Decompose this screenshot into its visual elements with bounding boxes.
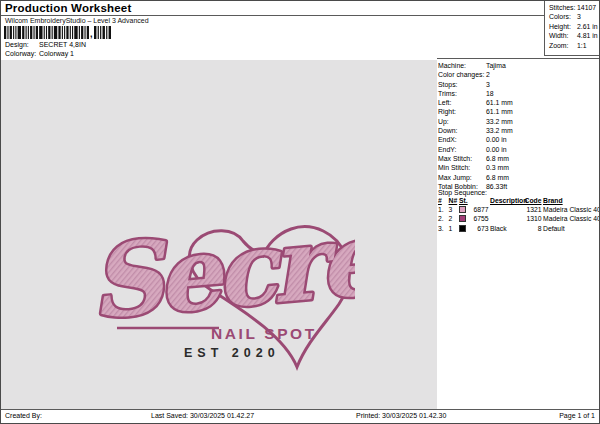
stop-row-num: 3. <box>438 225 447 233</box>
info-row: EndX:0.00 in <box>438 136 598 145</box>
info-row: Down:33.2 mm <box>438 127 598 136</box>
stop-row-stitches: 6877 <box>471 206 489 214</box>
printed-label: Printed: 30/03/2025 01.42.30 <box>356 412 446 419</box>
stop-sequence-title: Stop Sequence: <box>438 189 487 196</box>
info-row-label: Right: <box>438 108 486 117</box>
info-row: Left:61.1 mm <box>438 99 598 108</box>
info-row-label: Stops: <box>438 81 486 90</box>
info-row-label: EndY: <box>438 146 486 155</box>
barcode-group-2 <box>94 26 111 39</box>
info-row-label: Up: <box>438 118 486 127</box>
info-row-value: 6.8 mm <box>486 174 509 183</box>
stop-sequence-table: # N# St. Description Code Brand 1.368771… <box>438 197 598 232</box>
artwork-word: Secret <box>87 208 355 342</box>
stat-row: Stitches:14107 <box>549 4 600 13</box>
info-row: EndY:0.00 in <box>438 146 598 155</box>
info-row: Max Jump:6.8 mm <box>438 174 598 183</box>
machine-info-list: Machine:TajimaColor changes:2Stops:3Trim… <box>438 62 598 192</box>
last-saved-label: Last Saved: 30/03/2025 01.42.27 <box>151 412 254 419</box>
info-row-label: Min Stitch: <box>438 164 486 173</box>
stop-row-code: 1310 <box>522 215 542 223</box>
footer-bar: Created By: Last Saved: 30/03/2025 01.42… <box>1 409 599 423</box>
created-by-label: Created By: <box>5 412 42 419</box>
col-header-st: St. <box>459 197 489 205</box>
thread-color-swatch <box>459 206 466 213</box>
stat-row-value: 1:1 <box>577 42 587 51</box>
title-divider <box>1 15 544 16</box>
col-header-n: N# <box>449 197 458 205</box>
artwork-subtitle: NAIL SPOT <box>211 325 317 342</box>
design-stats-box: Stitches:14107Colors:3Height:2.61 inWidt… <box>544 1 600 56</box>
info-row-label: Max Jump: <box>438 174 486 183</box>
stat-row-label: Width: <box>549 32 577 41</box>
stat-row-value: 14107 <box>577 4 596 13</box>
col-header-num: # <box>438 197 447 205</box>
info-row-label: Trims: <box>438 90 486 99</box>
info-row: Right:61.1 mm <box>438 108 598 117</box>
col-header-code: Code <box>522 197 542 205</box>
barcode-group-1 <box>4 26 89 39</box>
info-row-label: Down: <box>438 127 486 136</box>
stat-row-value: 4.81 in <box>577 32 598 41</box>
stat-row-label: Zoom: <box>549 42 577 51</box>
info-row-label: Max Stitch: <box>438 155 486 164</box>
col-header-brand: Brand <box>543 197 598 205</box>
stat-row-value: 2.61 in <box>577 23 598 32</box>
info-row-value: 61.1 mm <box>486 108 513 117</box>
stop-row-stitches: 673 <box>471 225 489 233</box>
info-row-value: 61.1 mm <box>486 99 513 108</box>
info-row: Color changes:2 <box>438 71 598 80</box>
stop-row-brand: Default <box>543 225 598 233</box>
info-row: Max Stitch:6.8 mm <box>438 155 598 164</box>
info-row-label: Left: <box>438 99 486 108</box>
info-row-label: Color changes: <box>438 71 486 80</box>
info-row: Trims:18 <box>438 90 598 99</box>
info-row-value: Tajima <box>486 62 506 71</box>
info-row-value: 33.2 mm <box>486 127 513 136</box>
info-row-value: 2 <box>486 71 490 80</box>
panel-divider <box>437 58 600 59</box>
stat-row-label: Stitches: <box>549 4 577 13</box>
info-row-label: EndX: <box>438 136 486 145</box>
stop-row-description: Black <box>490 225 520 233</box>
design-row: Design:SECRET 4,8IN <box>5 41 86 48</box>
info-row-value: 3 <box>486 81 490 90</box>
stop-row-n: 1 <box>449 225 458 233</box>
info-row: Min Stitch:0.3 mm <box>438 164 598 173</box>
production-worksheet-page: Production Worksheet Wilcom EmbroiderySt… <box>0 0 600 424</box>
design-barcode: , <box>4 26 114 39</box>
info-row-value: 18 <box>486 90 494 99</box>
info-row-value: 86.33ft <box>486 183 507 192</box>
stat-row-label: Colors: <box>549 13 577 22</box>
stop-row-brand: Madeira Classic 40 <box>543 215 598 223</box>
page-number: Page 1 of 1 <box>559 412 595 419</box>
colorway-row: Colorway:Colorway 1 <box>5 50 74 57</box>
info-row: Machine:Tajima <box>438 62 598 71</box>
stop-row-stitches: 6755 <box>471 215 489 223</box>
embroidery-artwork: Secret NAIL SPOT EST 2020 <box>87 208 355 380</box>
stop-row-n: 3 <box>449 206 458 214</box>
stop-row-n: 2 <box>449 215 458 223</box>
app-version-subtitle: Wilcom EmbroideryStudio – Level 3 Advanc… <box>5 17 149 24</box>
thread-color-swatch <box>459 225 466 232</box>
stat-row-value: 3 <box>577 13 581 22</box>
colorway-value: Colorway 1 <box>39 50 74 57</box>
stat-row-label: Height: <box>549 23 577 32</box>
artwork-est: EST 2020 <box>184 346 280 360</box>
stop-row-code: 1321 <box>522 206 542 214</box>
design-value: SECRET 4,8IN <box>39 41 86 48</box>
info-row-value: 0.3 mm <box>486 164 509 173</box>
info-row-value: 6.8 mm <box>486 155 509 164</box>
stop-row-num: 2. <box>438 215 447 223</box>
design-label: Design: <box>5 41 39 48</box>
info-row: Up:33.2 mm <box>438 118 598 127</box>
info-row: Stops:3 <box>438 81 598 90</box>
info-row-label: Machine: <box>438 62 486 71</box>
stat-row: Zoom:1:1 <box>549 42 600 51</box>
info-row-value: 0.00 in <box>486 146 507 155</box>
stat-row: Colors:3 <box>549 13 600 22</box>
info-row-value: 0.00 in <box>486 136 507 145</box>
colorway-label: Colorway: <box>5 50 39 57</box>
design-canvas: Secret NAIL SPOT EST 2020 <box>1 60 437 410</box>
stat-row: Height:2.61 in <box>549 23 600 32</box>
